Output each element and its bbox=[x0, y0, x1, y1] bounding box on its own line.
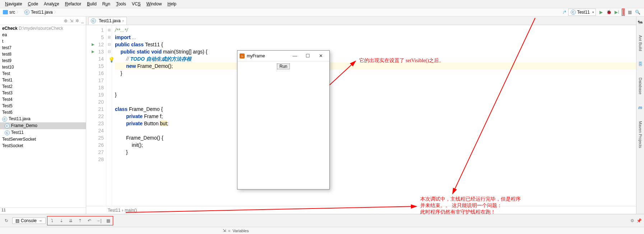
tree-node[interactable]: TestServerSocket bbox=[0, 136, 86, 142]
force-step-into-icon[interactable]: ⇊ bbox=[66, 217, 75, 225]
run-coverage-button[interactable]: ▶⁞ bbox=[614, 9, 620, 15]
evaluate-icon[interactable]: ▦ bbox=[104, 217, 112, 225]
step-out-icon[interactable]: ⇡ bbox=[76, 217, 84, 225]
annotation-2: 本次调试中，主线程已经运行完毕，但是程序 bbox=[420, 196, 521, 202]
breadcrumb-file[interactable]: CTest11.java bbox=[23, 9, 61, 16]
tree-node[interactable]: Test bbox=[0, 70, 86, 77]
tree-node[interactable]: Test5 bbox=[0, 103, 86, 109]
bottom-right-icons: ⚙ 📌 bbox=[630, 218, 642, 223]
variables-icon: ≡ bbox=[228, 229, 230, 233]
fold-column[interactable]: ⊞⊞⊟⊟ bbox=[106, 25, 112, 206]
toolbar-right: ↓ª CTest11 ▶ 🐞 ▶⁞ ▦ 🔍 bbox=[562, 9, 643, 16]
code-editor[interactable]: 💡 151213141516171819202122232425262728 ⊞… bbox=[86, 25, 636, 206]
menu-build[interactable]: Build bbox=[84, 1, 99, 7]
editor-tab[interactable]: C Test11.java × bbox=[88, 17, 127, 25]
tree-node-class[interactable]: CTest11 bbox=[0, 129, 86, 136]
maven-icon[interactable]: m bbox=[638, 105, 642, 110]
variables-label[interactable]: Variables bbox=[232, 229, 249, 233]
annotation-4: 此时程序仍然有非守护线程在跑！ bbox=[420, 209, 496, 215]
run-button[interactable]: ▶ bbox=[598, 9, 604, 15]
debug-tool-window: ↻ ▤ Console → ⤵ ⇣ ⇊ ⇡ ↶ →| ▦ ⚙ 📌 bbox=[0, 214, 644, 227]
tree-node-file[interactable]: CTest11.java bbox=[0, 116, 86, 122]
rerun-icon[interactable]: ↻ bbox=[2, 217, 11, 225]
annotation-3: 并未结束。。 这只能说明一个问题： bbox=[420, 202, 502, 209]
myframe-window[interactable]: ♨ myFrame — ☐ ✕ Run bbox=[237, 50, 330, 189]
restore-layout-icon[interactable]: ⇲ bbox=[223, 228, 226, 233]
tree-node[interactable]: Test2 bbox=[0, 83, 86, 90]
pin-icon[interactable]: 📌 bbox=[636, 218, 642, 223]
close-icon[interactable]: ✕ bbox=[314, 53, 327, 58]
menu-refactor[interactable]: Refactor bbox=[62, 1, 84, 7]
run-to-cursor-icon[interactable]: →| bbox=[94, 217, 103, 225]
editor-tab-bar: C Test11.java × bbox=[86, 17, 636, 25]
maven-tab[interactable]: Maven Projects bbox=[638, 121, 643, 148]
database-icon[interactable]: 🗄 bbox=[638, 62, 643, 67]
tree-node[interactable]: Test4 bbox=[0, 96, 86, 103]
maximize-icon[interactable]: ☐ bbox=[301, 53, 314, 58]
run-button-in-frame[interactable]: Run bbox=[277, 64, 290, 69]
debug-button[interactable]: 🐞 bbox=[606, 9, 612, 15]
line-number-gutter: 151213141516171819202122232425262728 bbox=[86, 25, 106, 206]
hide-icon[interactable]: ⎯ bbox=[81, 18, 84, 23]
tree-node[interactable]: Test1 bbox=[0, 77, 86, 83]
stop-button-highlighted[interactable] bbox=[622, 9, 625, 16]
project-tool-window: ⊕ ⇲ ✲ ⎯ eCheck D:\mydev\sourceCheck ea t… bbox=[0, 17, 86, 214]
collapse-all-icon[interactable]: ⇲ bbox=[70, 18, 73, 23]
menu-navigate[interactable]: Navigate bbox=[2, 1, 25, 7]
update-project-icon[interactable]: ↓ª bbox=[562, 10, 566, 15]
scroll-from-source-icon[interactable]: ⊕ bbox=[64, 18, 68, 23]
myframe-body: Run bbox=[237, 61, 329, 69]
tree-node[interactable]: ea bbox=[0, 32, 86, 38]
menu-vcs[interactable]: VCS bbox=[129, 1, 144, 7]
menu-analyze[interactable]: Analyze bbox=[41, 1, 62, 7]
tree-node[interactable]: test10 bbox=[0, 64, 86, 70]
close-tab-icon[interactable]: × bbox=[122, 19, 124, 23]
navigation-bar: src CTest11.java ↓ª CTest11 ▶ 🐞 ▶⁞ ▦ 🔍 bbox=[0, 8, 644, 17]
drop-frame-icon[interactable]: ↶ bbox=[85, 217, 94, 225]
minimize-icon[interactable]: — bbox=[288, 53, 301, 58]
java-app-icon: ♨ bbox=[240, 53, 245, 58]
menu-help[interactable]: Help bbox=[165, 1, 179, 7]
java-class-icon: C bbox=[24, 10, 29, 15]
tree-node[interactable]: Test6 bbox=[0, 109, 86, 116]
tree-node[interactable]: t bbox=[0, 38, 86, 45]
project-tree[interactable]: eCheck D:\mydev\sourceCheck ea t test7 t… bbox=[0, 25, 86, 207]
tree-node[interactable]: TestSocket bbox=[0, 142, 86, 149]
tree-node[interactable]: test8 bbox=[0, 51, 86, 57]
settings-gear-icon[interactable]: ✲ bbox=[75, 18, 79, 23]
menu-code[interactable]: Code bbox=[25, 1, 41, 7]
search-everywhere-icon[interactable]: 🔍 bbox=[635, 9, 640, 15]
tree-node[interactable]: test9 bbox=[0, 57, 86, 64]
project-status: 11 bbox=[0, 207, 86, 214]
ant-build-tab[interactable]: Ant Build bbox=[638, 35, 643, 51]
right-tool-strip: 🐜 Ant Build 🗄 Database m Maven Projects bbox=[636, 17, 644, 214]
tree-node-class[interactable]: CFrame_Demo bbox=[0, 122, 86, 129]
stop-icon bbox=[623, 9, 624, 15]
java-class-icon: C bbox=[5, 123, 10, 128]
tree-node[interactable]: test7 bbox=[0, 45, 86, 51]
intention-bulb-icon[interactable]: 💡 bbox=[108, 56, 115, 63]
main-menu-bar: Navigate Code Analyze Refactor Build Run… bbox=[0, 0, 644, 8]
layout-settings-icon[interactable]: ▦ bbox=[627, 9, 633, 15]
tree-node[interactable]: Test3 bbox=[0, 90, 86, 96]
menu-run[interactable]: Run bbox=[99, 1, 113, 7]
debug-step-buttons-highlighted: ⤵ ⇣ ⇊ ⇡ ↶ →| ▦ bbox=[47, 216, 113, 225]
step-over-icon[interactable]: ⤵ bbox=[48, 217, 56, 225]
myframe-titlebar[interactable]: ♨ myFrame — ☐ ✕ bbox=[237, 51, 329, 61]
menu-tools[interactable]: Tools bbox=[113, 1, 129, 7]
java-class-icon: C bbox=[571, 10, 576, 15]
code-body[interactable]: /**...*/import ...public class Test11 { … bbox=[112, 25, 636, 206]
project-toolbar: ⊕ ⇲ ✲ ⎯ bbox=[0, 17, 86, 25]
database-tab[interactable]: Database bbox=[638, 78, 643, 94]
menu-window[interactable]: Window bbox=[144, 1, 165, 7]
ant-icon[interactable]: 🐜 bbox=[638, 19, 643, 24]
settings-gear-icon[interactable]: ⚙ bbox=[630, 218, 634, 223]
breadcrumb-src[interactable]: src bbox=[1, 9, 23, 16]
variables-bar: ⇲ ≡ Variables bbox=[0, 227, 644, 234]
run-configuration-selector[interactable]: CTest11 bbox=[568, 9, 596, 16]
myframe-title: myFrame bbox=[247, 53, 265, 58]
step-into-icon[interactable]: ⇣ bbox=[57, 217, 66, 225]
tree-root[interactable]: eCheck D:\mydev\sourceCheck bbox=[0, 25, 86, 32]
console-tab[interactable]: ▤ Console → bbox=[12, 217, 46, 224]
java-class-icon: C bbox=[2, 117, 7, 122]
